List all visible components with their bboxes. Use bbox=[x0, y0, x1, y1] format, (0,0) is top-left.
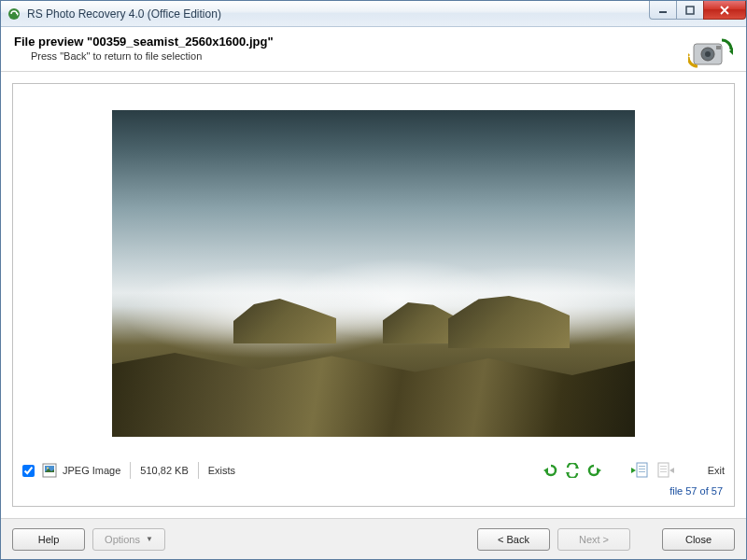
window-titlebar: RS Photo Recovery 4.0 (Office Edition) bbox=[1, 1, 746, 27]
svg-marker-27 bbox=[669, 468, 674, 473]
next-button[interactable]: Next > bbox=[557, 528, 630, 551]
page-title: File preview "00359_seamist_2560x1600.jp… bbox=[14, 35, 733, 49]
help-button[interactable]: Help bbox=[12, 528, 85, 551]
file-status-label: Exists bbox=[208, 465, 235, 476]
svg-point-6 bbox=[705, 51, 711, 57]
svg-rect-19 bbox=[639, 466, 645, 467]
maximize-button[interactable] bbox=[676, 1, 704, 20]
prev-file-icon[interactable] bbox=[629, 461, 650, 480]
svg-rect-24 bbox=[660, 466, 667, 467]
svg-point-12 bbox=[47, 468, 49, 469]
app-icon bbox=[7, 7, 21, 21]
window-title: RS Photo Recovery 4.0 (Office Edition) bbox=[27, 7, 221, 21]
chevron-down-icon: ▼ bbox=[146, 535, 153, 543]
page-subtitle: Press "Back" to return to file selection bbox=[31, 50, 733, 62]
file-type-label: JPEG Image bbox=[63, 465, 120, 476]
wizard-footer: Help Options ▼ < Back Next > Close bbox=[1, 518, 746, 559]
svg-rect-2 bbox=[659, 11, 667, 13]
exit-link[interactable]: Exit bbox=[708, 465, 725, 476]
svg-rect-7 bbox=[716, 46, 721, 49]
page-header: File preview "00359_seamist_2560x1600.jp… bbox=[1, 27, 746, 72]
rotate-tools bbox=[542, 463, 603, 478]
back-button[interactable]: < Back bbox=[477, 528, 550, 551]
window-controls bbox=[650, 1, 746, 20]
refresh-icon[interactable] bbox=[564, 463, 581, 478]
svg-rect-21 bbox=[639, 471, 645, 472]
svg-rect-3 bbox=[686, 7, 694, 14]
svg-rect-26 bbox=[660, 471, 667, 472]
preview-image bbox=[112, 110, 635, 437]
minimize-button[interactable] bbox=[649, 1, 677, 20]
file-info-bar: JPEG Image 510,82 KB Exists bbox=[22, 454, 725, 480]
file-select-checkbox[interactable] bbox=[22, 465, 35, 477]
file-counter: file 57 of 57 bbox=[22, 480, 725, 497]
svg-rect-18 bbox=[637, 463, 647, 477]
svg-marker-22 bbox=[631, 468, 636, 473]
rotate-right-icon[interactable] bbox=[586, 463, 603, 478]
options-label: Options bbox=[105, 534, 140, 545]
svg-rect-20 bbox=[639, 469, 645, 469]
file-size-label: 510,82 KB bbox=[140, 465, 188, 476]
preview-panel: JPEG Image 510,82 KB Exists bbox=[12, 83, 735, 507]
page-nav-icons bbox=[629, 461, 676, 480]
image-viewport bbox=[22, 93, 725, 454]
jpeg-file-icon bbox=[42, 463, 57, 478]
svg-rect-25 bbox=[660, 469, 667, 469]
svg-rect-23 bbox=[658, 463, 669, 477]
recovery-icon bbox=[688, 33, 733, 74]
options-button[interactable]: Options ▼ bbox=[92, 528, 165, 551]
window-close-button[interactable] bbox=[703, 1, 746, 20]
close-button[interactable]: Close bbox=[662, 528, 735, 551]
content-area: JPEG Image 510,82 KB Exists bbox=[1, 72, 746, 518]
next-file-icon[interactable] bbox=[655, 461, 676, 480]
rotate-left-icon[interactable] bbox=[542, 463, 558, 478]
